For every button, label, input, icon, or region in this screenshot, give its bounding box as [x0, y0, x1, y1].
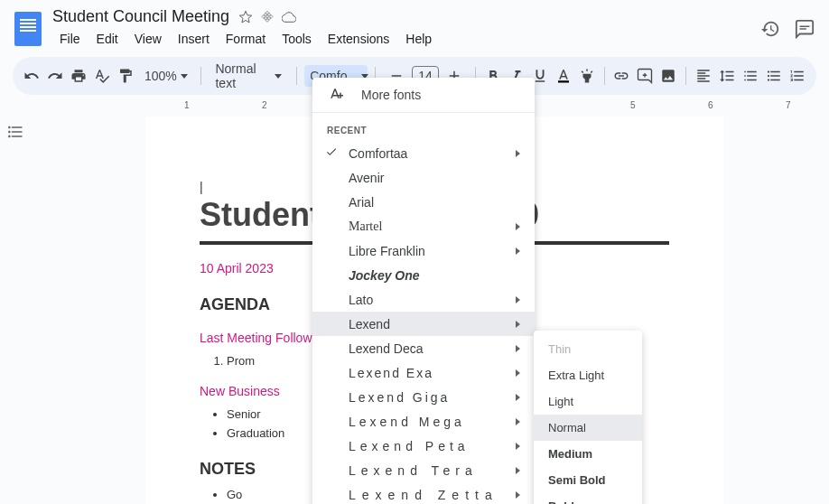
- menu-extensions[interactable]: Extensions: [321, 28, 396, 50]
- cloud-icon[interactable]: [282, 10, 296, 24]
- more-fonts-button[interactable]: More fonts: [312, 78, 535, 113]
- font-option[interactable]: Avenir: [312, 165, 535, 190]
- comment-button[interactable]: [635, 62, 655, 89]
- weight-option[interactable]: Medium: [534, 441, 642, 467]
- font-dropdown: More fonts RECENT ComfortaaAvenirArialMa…: [312, 78, 535, 504]
- font-option[interactable]: Arial: [312, 190, 535, 214]
- chevron-right-icon: [516, 491, 520, 499]
- comment-icon[interactable]: [795, 19, 815, 39]
- font-name: Lexend Deca: [349, 341, 424, 356]
- weight-option[interactable]: Thin: [534, 336, 642, 362]
- font-name: Lexend Exa: [349, 366, 433, 380]
- chevron-right-icon: [516, 247, 520, 255]
- menu-view[interactable]: View: [127, 28, 169, 50]
- menu-help[interactable]: Help: [398, 28, 439, 50]
- menu-tools[interactable]: Tools: [275, 28, 319, 50]
- font-name: Lexend Giga: [349, 390, 450, 405]
- spellcheck-button[interactable]: [92, 62, 112, 89]
- weight-option[interactable]: Light: [534, 388, 642, 415]
- chevron-right-icon: [516, 418, 520, 425]
- weight-option[interactable]: Bold: [534, 493, 642, 504]
- line-spacing-button[interactable]: [717, 62, 737, 89]
- paragraph-style-select[interactable]: Normal text: [208, 58, 289, 94]
- font-name: Jockey One: [349, 268, 420, 283]
- numbered-list-button[interactable]: [787, 62, 807, 89]
- vertical-ruler[interactable]: [27, 111, 40, 504]
- chevron-right-icon: [516, 443, 520, 450]
- chevron-right-icon: [516, 345, 520, 352]
- chevron-right-icon: [516, 321, 520, 328]
- document-title[interactable]: Student Council Meeting: [52, 7, 229, 26]
- font-option[interactable]: Jockey One: [312, 263, 535, 287]
- zoom-select[interactable]: 100%: [139, 65, 193, 87]
- chevron-right-icon: [516, 394, 520, 401]
- font-option[interactable]: Martel: [312, 214, 535, 238]
- outline-icon[interactable]: [4, 120, 27, 144]
- history-icon[interactable]: [760, 19, 780, 39]
- font-name: Lexend: [349, 317, 390, 331]
- chevron-right-icon: [516, 467, 520, 474]
- font-option[interactable]: Lexend Peta: [312, 434, 535, 458]
- font-option[interactable]: Lexend Deca: [312, 336, 535, 360]
- bullet-list-button[interactable]: [764, 62, 784, 89]
- font-name: Lexend Tera: [349, 463, 478, 478]
- font-option[interactable]: Lexend Giga: [312, 385, 535, 409]
- image-button[interactable]: [658, 62, 678, 89]
- check-icon: [325, 145, 338, 161]
- add-font-icon: [327, 87, 343, 103]
- align-button[interactable]: [694, 62, 713, 89]
- menu-file[interactable]: File: [52, 28, 88, 50]
- font-option[interactable]: Libre Franklin: [312, 238, 535, 263]
- font-weight-submenu: ThinExtra LightLightNormalMediumSemi Bol…: [534, 331, 642, 504]
- font-name: Lato: [349, 293, 373, 307]
- font-name: Comfortaa: [349, 146, 407, 161]
- font-name: Libre Franklin: [349, 244, 425, 258]
- font-name: Lexend Peta: [349, 439, 470, 453]
- menu-format[interactable]: Format: [219, 28, 273, 50]
- font-option[interactable]: Lexend Tera: [312, 458, 535, 482]
- font-name: Lexend Zetta: [349, 488, 498, 502]
- chevron-right-icon: [516, 296, 520, 303]
- chevron-right-icon: [516, 369, 520, 377]
- font-option[interactable]: Lato: [312, 287, 535, 312]
- font-option[interactable]: Lexend Mega: [312, 409, 535, 434]
- font-option[interactable]: Lexend Zetta: [312, 482, 535, 504]
- undo-button[interactable]: [22, 62, 42, 89]
- highlight-button[interactable]: [577, 62, 597, 89]
- menu-insert[interactable]: Insert: [171, 28, 217, 50]
- menu-edit[interactable]: Edit: [89, 28, 126, 50]
- chevron-right-icon: [516, 150, 520, 157]
- weight-option[interactable]: Normal: [534, 415, 642, 441]
- text-color-button[interactable]: [554, 62, 573, 89]
- font-option[interactable]: Lexend: [312, 312, 535, 336]
- font-name: Lexend Mega: [349, 415, 465, 429]
- redo-button[interactable]: [45, 62, 65, 89]
- checklist-button[interactable]: [741, 62, 760, 89]
- star-icon[interactable]: [238, 10, 253, 24]
- font-name: Avenir: [349, 171, 384, 185]
- paint-format-button[interactable]: [116, 62, 135, 89]
- font-name: Arial: [349, 195, 374, 210]
- print-button[interactable]: [69, 62, 88, 89]
- font-option[interactable]: Lexend Exa: [312, 360, 535, 385]
- dropdown-section-label: RECENT: [312, 120, 535, 141]
- svg-rect-0: [558, 80, 569, 82]
- link-button[interactable]: [611, 62, 631, 89]
- weight-option[interactable]: Semi Bold: [534, 467, 642, 493]
- weight-option[interactable]: Extra Light: [534, 362, 642, 388]
- font-option[interactable]: Comfortaa: [312, 141, 535, 165]
- docs-logo-icon[interactable]: [14, 12, 42, 46]
- font-name: Martel: [349, 219, 382, 234]
- move-icon[interactable]: [260, 10, 275, 24]
- chevron-right-icon: [516, 223, 520, 230]
